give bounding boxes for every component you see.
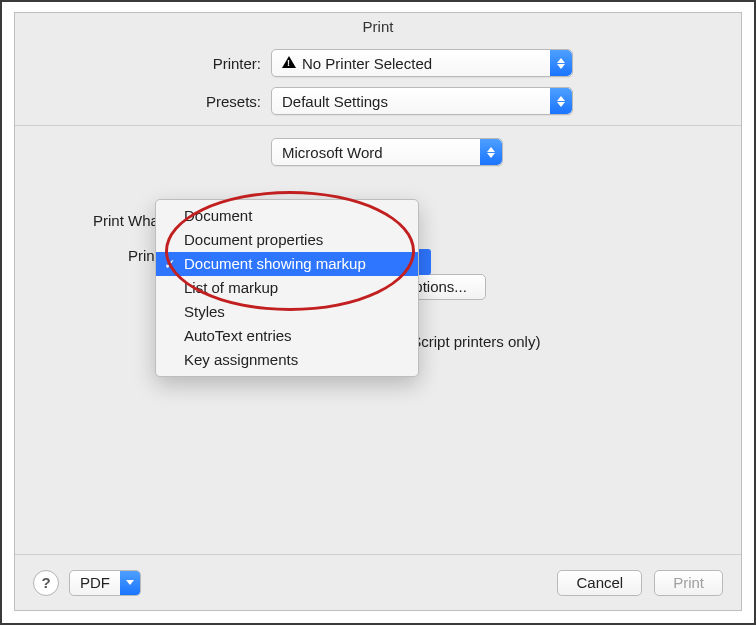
presets-value: Default Settings: [282, 93, 388, 110]
pdf-menu-button[interactable]: PDF: [69, 570, 141, 596]
chevron-down-icon: [120, 571, 140, 595]
printer-popup[interactable]: No Printer Selected: [271, 49, 573, 77]
print-button: Print: [654, 570, 723, 596]
cancel-button[interactable]: Cancel: [557, 570, 642, 596]
print-what-label: Print What: [43, 212, 173, 229]
print-label: Print:: [43, 247, 173, 264]
menu-item-document-properties[interactable]: Document properties: [156, 228, 418, 252]
presets-row: Presets: Default Settings: [43, 87, 713, 115]
presets-label: Presets:: [43, 93, 271, 110]
warning-icon: [282, 56, 296, 68]
menu-item-document[interactable]: Document: [156, 204, 418, 228]
menu-item-styles[interactable]: Styles: [156, 300, 418, 324]
form-area: Printer: No Printer Selected Presets: De…: [15, 41, 741, 350]
separator: [15, 125, 741, 126]
updown-icon: [550, 88, 572, 114]
printer-value: No Printer Selected: [302, 55, 432, 72]
app-section-popup[interactable]: Microsoft Word: [271, 138, 503, 166]
updown-icon: [550, 50, 572, 76]
dialog-title: Print: [15, 13, 741, 41]
printer-label: Printer:: [43, 55, 271, 72]
menu-item-document-showing-markup[interactable]: Document showing markup: [156, 252, 418, 276]
menu-item-autotext-entries[interactable]: AutoText entries: [156, 324, 418, 348]
updown-icon: [480, 139, 502, 165]
presets-popup[interactable]: Default Settings: [271, 87, 573, 115]
print-dialog: Print Printer: No Printer Selected Prese…: [14, 12, 742, 611]
app-row: Microsoft Word: [43, 138, 713, 166]
pdf-label: PDF: [70, 574, 120, 591]
print-dialog-frame: Print Printer: No Printer Selected Prese…: [0, 0, 756, 625]
menu-item-key-assignments[interactable]: Key assignments: [156, 348, 418, 372]
menu-item-list-of-markup[interactable]: List of markup: [156, 276, 418, 300]
app-value: Microsoft Word: [282, 144, 383, 161]
printer-row: Printer: No Printer Selected: [43, 49, 713, 77]
dialog-footer: ? PDF Cancel Print: [15, 554, 741, 610]
help-button[interactable]: ?: [33, 570, 59, 596]
print-what-menu[interactable]: Document Document properties Document sh…: [155, 199, 419, 377]
